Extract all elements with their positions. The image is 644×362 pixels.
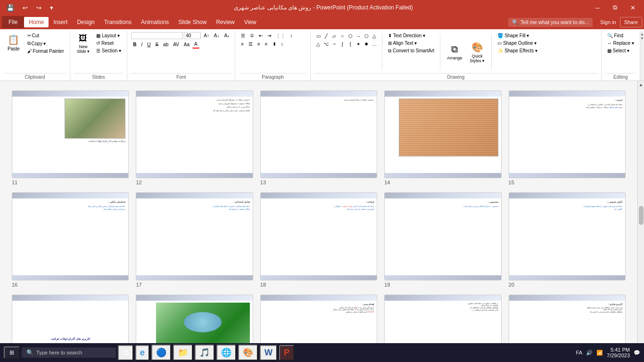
bold-button[interactable]: B xyxy=(131,41,138,48)
italic-button[interactable]: I xyxy=(139,41,144,48)
shape-curve[interactable]: ∫ xyxy=(339,40,346,48)
shape-more[interactable]: … xyxy=(371,40,378,48)
shape-rect2[interactable]: ▱ xyxy=(330,32,338,40)
restore-button[interactable]: ⧉ xyxy=(608,2,622,13)
paragraph-options-button[interactable]: ↕ xyxy=(288,32,294,39)
slide-item-23[interactable]: فضای سبز : تاریخ عالی صبور بید به گرایه … xyxy=(260,295,377,350)
slide-thumb-21[interactable]: کاربری های گذران اوقات فراغت xyxy=(12,295,129,350)
bullets-button[interactable]: ☰ xyxy=(239,32,247,39)
new-slide-button[interactable]: 🖼 NewSlide ▾ xyxy=(74,32,93,55)
strikethrough-button[interactable]: S xyxy=(153,41,160,48)
shape-tri[interactable]: △ xyxy=(314,40,322,48)
align-left-button[interactable]: ≡ xyxy=(239,41,246,48)
slide-item-21[interactable]: کاربری های گذران اوقات فراغت 21 xyxy=(12,295,129,350)
font-color-button[interactable]: A xyxy=(192,41,199,49)
tell-me-search[interactable]: 🔍 Tell me what you want to do... xyxy=(508,18,593,27)
slide-thumb-19[interactable]: دسترسی : دسترسی به مراکز اشتغال و خرید و… xyxy=(384,192,501,280)
shape-line[interactable]: ╱ xyxy=(322,32,330,40)
decrease-font-button[interactable]: A↓ xyxy=(212,32,222,39)
shape-arc[interactable]: ⌢ xyxy=(330,40,338,48)
menu-insert[interactable]: Insert xyxy=(49,17,72,27)
ribbon-scrollbar[interactable]: ▲ ▼ xyxy=(640,31,644,81)
slide-item-16[interactable]: شناسایی مکانی : محله باید پیوند اشتراکی … xyxy=(12,192,129,287)
slide-item-25[interactable]: کاربری تجاری : این ترکیب فرمی انعطاف پذی… xyxy=(509,295,626,350)
font-size-input[interactable] xyxy=(184,32,201,39)
shape-outline-button[interactable]: ▭ Shape Outline ▾ xyxy=(495,40,539,47)
shape-circle[interactable]: ○ xyxy=(339,32,346,40)
undo-button[interactable]: ↩ xyxy=(20,3,31,12)
volume-icon[interactable]: 🔊 xyxy=(586,350,593,356)
menu-slideshow[interactable]: Slide Show xyxy=(173,17,211,27)
slide-thumb-16[interactable]: شناسایی مکانی : محله باید پیوند اشتراکی … xyxy=(12,192,129,280)
shape-bracket[interactable]: { xyxy=(347,40,354,48)
slide-thumb-11[interactable]: نزدیک به نواحی کار و گران اوقات فراغت xyxy=(12,90,129,178)
menu-design[interactable]: Design xyxy=(72,17,99,27)
powerpoint-button[interactable]: P xyxy=(279,345,294,361)
slide-thumb-20[interactable]: کارایی عمومی : محله باید هزینه های عمومی… xyxy=(509,192,626,280)
share-button[interactable]: Share xyxy=(620,17,642,27)
slide-panel[interactable]: نزدیک به نواحی کار و گران اوقات فراغت 11… xyxy=(0,81,637,350)
decrease-indent-button[interactable]: ⇤ xyxy=(257,32,264,39)
slide-thumb-15[interactable]: امنیت : محله باید فراهم کننده بی سلامتی … xyxy=(509,90,626,178)
shape-effects-button[interactable]: ✨ Shape Effects ▾ xyxy=(495,47,539,54)
network-icon[interactable]: 📶 xyxy=(596,350,603,356)
increase-indent-button[interactable]: ⇥ xyxy=(265,32,273,39)
minimize-button[interactable]: ─ xyxy=(591,2,604,13)
section-button[interactable]: ☰ Section ▾ xyxy=(94,47,123,54)
shape-burst[interactable]: ✸ xyxy=(363,40,370,48)
layout-button[interactable]: ▦ Layout ▾ xyxy=(94,32,123,39)
slide-item-15[interactable]: امنیت : محله باید فراهم کننده بی سلامتی … xyxy=(509,90,626,185)
text-direction-button[interactable]: ⬍ xyxy=(271,41,278,48)
numbering-button[interactable]: ① xyxy=(248,32,256,39)
format-painter-button[interactable]: 🖌 Format Painter xyxy=(25,48,66,55)
slide-item-17[interactable]: تعامل اجتماعی : محله بتواند همکاری شخصی … xyxy=(136,192,253,287)
align-text-button[interactable]: ⊞ Align Text ▾ xyxy=(386,40,436,47)
align-center-button[interactable]: ☰ xyxy=(247,41,255,48)
slide-item-11[interactable]: نزدیک به نواحی کار و گران اوقات فراغت 11 xyxy=(12,90,129,185)
shape-custom[interactable]: △ xyxy=(371,32,378,40)
menu-home[interactable]: Home xyxy=(24,17,49,27)
select-button[interactable]: ▦ Select ▾ xyxy=(605,47,636,54)
slide-thumb-12[interactable]: دسترسی راهیانه به مسیرهای آموزشی و خرید … xyxy=(136,90,253,178)
replace-button[interactable]: ↔ Replace ▾ xyxy=(605,40,636,47)
vertical-scrollbar[interactable]: ▲ ▼ xyxy=(637,81,644,350)
redo-button[interactable]: ↪ xyxy=(33,3,44,12)
menu-transitions[interactable]: Transitions xyxy=(99,17,136,27)
scroll-up-arrow[interactable]: ▲ xyxy=(640,32,644,36)
slide-item-18[interactable]: فراغت : محله باید فراهم کننده گذران اوقا… xyxy=(260,192,377,287)
slide-thumb-23[interactable]: فضای سبز : تاریخ عالی صبور بید به گرایه … xyxy=(260,295,377,350)
edge-button[interactable]: e xyxy=(135,345,149,361)
slide-thumb-14[interactable] xyxy=(384,90,501,178)
slide-thumb-24[interactable]: در فاصله ی مناسب از محله های مسکونی موفق… xyxy=(384,295,501,350)
quick-styles-button[interactable]: 🎨 QuickStyles ▾ xyxy=(467,32,487,72)
start-button[interactable]: ⊞ xyxy=(4,346,20,359)
text-shadow-button[interactable]: ab xyxy=(161,41,170,48)
slide-item-14[interactable]: 14 xyxy=(384,90,501,185)
find-button[interactable]: 🔍 Find xyxy=(605,32,636,39)
bluetooth-button[interactable]: 🔵 xyxy=(151,345,171,361)
line-spacing-button[interactable]: ↕ xyxy=(279,41,285,48)
shape-rect[interactable]: ▭ xyxy=(314,32,322,40)
word-button[interactable]: W xyxy=(260,345,277,361)
menu-view[interactable]: View xyxy=(239,17,261,27)
font-family-input[interactable] xyxy=(131,32,183,39)
text-direction-button2[interactable]: ⬍ Text Direction ▾ xyxy=(386,32,436,39)
scroll-thumb[interactable] xyxy=(639,206,644,225)
paint-button[interactable]: 🎨 xyxy=(238,345,258,361)
justify-button[interactable]: ≡ xyxy=(263,41,270,48)
taskbar-search[interactable]: 🔍 Type here to search xyxy=(22,347,116,358)
shape-star[interactable]: ✦ xyxy=(355,40,362,48)
shape-trapezoid[interactable]: ⬡ xyxy=(347,32,354,40)
media-button[interactable]: 🎵 xyxy=(195,345,215,361)
slide-item-19[interactable]: دسترسی : دسترسی به مراکز اشتغال و خرید و… xyxy=(384,192,501,287)
shape-chevron[interactable]: ⌥ xyxy=(322,40,330,48)
slide-item-22[interactable]: 22 xyxy=(136,295,253,350)
arrange-button[interactable]: ⧉ Arrange xyxy=(444,32,465,72)
task-view-button[interactable]: ⧉ xyxy=(118,345,133,361)
customize-button[interactable]: ▾ xyxy=(47,3,56,12)
copy-button[interactable]: ⧉ Copy ▾ xyxy=(25,40,66,47)
change-case-button[interactable]: Aa xyxy=(182,41,191,48)
slide-thumb-13[interactable]: دسترسی راهیانه به مراکز آموزشی و خرید xyxy=(260,90,377,178)
slide-item-13[interactable]: دسترسی راهیانه به مراکز آموزشی و خرید 13 xyxy=(260,90,377,185)
scroll-up-button[interactable]: ▲ xyxy=(639,82,644,87)
